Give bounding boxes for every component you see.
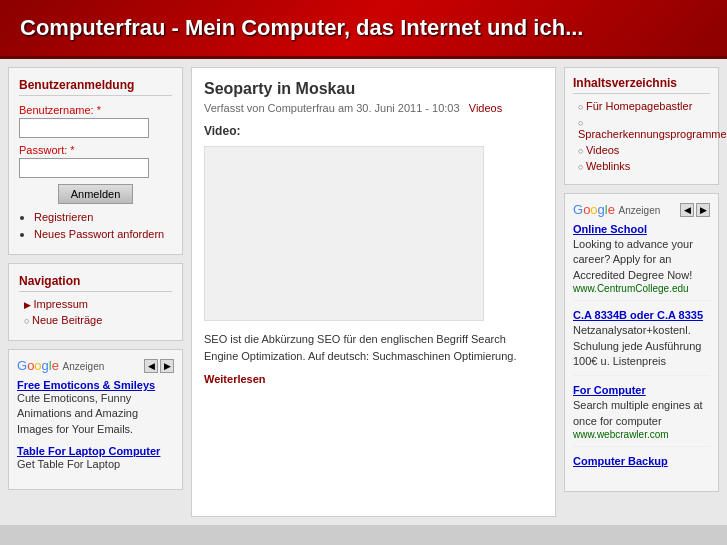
ads-next-button-left[interactable]: ▶ xyxy=(160,359,174,373)
inhalts-link-1[interactable]: Spracherkennungsprogramme xyxy=(578,128,727,140)
video-label: Video: xyxy=(204,124,543,138)
register-link-item: Registrieren xyxy=(34,210,172,224)
right-ad-url-0: www.CentrumCollege.edu xyxy=(573,283,710,294)
register-link[interactable]: Registrieren xyxy=(34,211,93,223)
left-ad-title-1[interactable]: Table For Laptop Computer xyxy=(17,445,174,457)
inhalts-link-3[interactable]: Weblinks xyxy=(586,160,630,172)
right-ad-desc-2: Search multiple engines at once for comp… xyxy=(573,398,710,429)
right-ad-title-0[interactable]: Online School xyxy=(573,223,710,235)
impressum-link[interactable]: Impressum xyxy=(34,298,88,310)
password-input[interactable] xyxy=(19,158,149,178)
left-ad-title-0[interactable]: Free Emoticons & Smileys xyxy=(17,379,174,391)
right-ad-desc-1: Netzanalysator+kostenl. Schulung jede Au… xyxy=(573,323,710,369)
right-ad-title-2[interactable]: For Computer xyxy=(573,384,710,396)
right-ad-item-2: For Computer Search multiple engines at … xyxy=(573,384,710,447)
weiterlesen-link[interactable]: Weiterlesen xyxy=(204,373,266,385)
right-ad-title-1[interactable]: C.A 8334B oder C.A 8335 xyxy=(573,309,710,321)
article-tag-link[interactable]: Videos xyxy=(469,102,502,114)
inhalts-item-1: Spracherkennungsprogramme xyxy=(578,116,710,140)
inhalts-item-0: Für Homepagebastler xyxy=(578,100,710,112)
inhalts-item-2: Videos xyxy=(578,144,710,156)
reset-password-link[interactable]: Neues Passwort anfordern xyxy=(34,228,164,240)
inhalts-link-0[interactable]: Für Homepagebastler xyxy=(586,100,692,112)
right-ad-title-3[interactable]: Computer Backup xyxy=(573,455,710,467)
inhalts-link-2[interactable]: Videos xyxy=(586,144,619,156)
right-ad-url-2: www.webcrawler.com xyxy=(573,429,710,440)
right-ad-item-3: Computer Backup xyxy=(573,455,710,475)
nav-item-neue-beitraege: Neue Beiträge xyxy=(24,314,172,326)
left-ad-item-1: Table For Laptop Computer Get Table For … xyxy=(17,445,174,472)
right-ad-item-0: Online School Looking to advance your ca… xyxy=(573,223,710,301)
left-ad-item-0: Free Emoticons & Smileys Cute Emoticons,… xyxy=(17,379,174,437)
inhalts-heading: Inhaltsverzeichnis xyxy=(573,76,710,94)
right-ad-item-1: C.A 8334B oder C.A 8335 Netzanalysator+k… xyxy=(573,309,710,376)
neue-beitraege-link[interactable]: Neue Beiträge xyxy=(32,314,102,326)
login-heading: Benutzeranmeldung xyxy=(19,78,172,96)
site-title: Computerfrau - Mein Computer, das Intern… xyxy=(20,15,707,41)
ads-prev-button-left[interactable]: ◀ xyxy=(144,359,158,373)
username-label: Benutzername: * xyxy=(19,104,172,116)
google-logo-right: Google Anzeigen xyxy=(573,202,660,217)
nav-heading: Navigation xyxy=(19,274,172,292)
ads-prev-button-right[interactable]: ◀ xyxy=(680,203,694,217)
login-button[interactable]: Anmelden xyxy=(58,184,134,204)
password-label: Passwort: * xyxy=(19,144,172,156)
google-logo-left: Google Anzeigen xyxy=(17,358,104,373)
username-input[interactable] xyxy=(19,118,149,138)
nav-item-impressum: Impressum xyxy=(24,298,172,310)
article-meta: Verfasst von Computerfrau am 30. Juni 20… xyxy=(204,102,543,114)
right-ad-desc-0: Looking to advance your career? Apply fo… xyxy=(573,237,710,283)
reset-password-link-item: Neues Passwort anfordern xyxy=(34,227,172,241)
article-body: SEO ist die Abkürzung SEO für den englis… xyxy=(204,331,543,364)
inhalts-item-3: Weblinks xyxy=(578,160,710,172)
left-ad-desc-1: Get Table For Laptop xyxy=(17,457,174,472)
ads-next-button-right[interactable]: ▶ xyxy=(696,203,710,217)
left-ad-desc-0: Cute Emoticons, Funny Animations and Ama… xyxy=(17,391,174,437)
video-embed xyxy=(204,146,484,321)
article-title: Seoparty in Moskau xyxy=(204,80,543,98)
